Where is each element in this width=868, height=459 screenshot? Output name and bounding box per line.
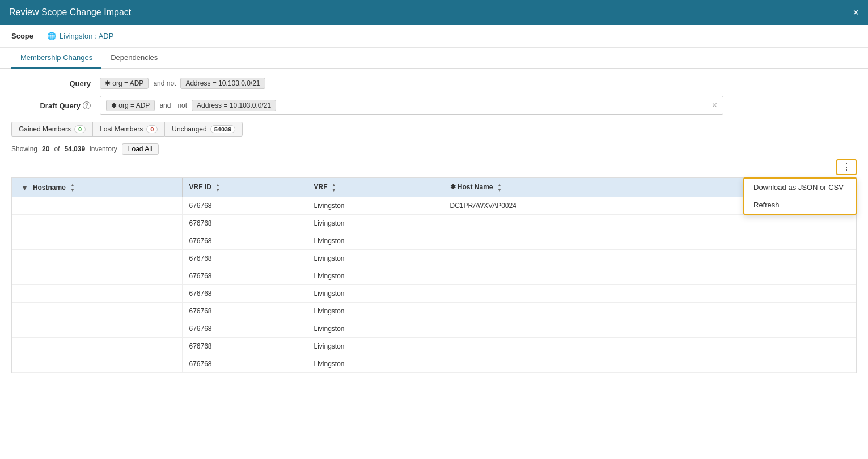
- tab-dependencies[interactable]: Dependencies: [101, 48, 167, 69]
- cell-vrf-id: 676768: [182, 355, 307, 373]
- table-row: 676768 Livingston DC1PRAWXVAP0024: [12, 197, 856, 215]
- showing-text-post: inventory: [90, 145, 117, 153]
- cell-vrf: Livingston: [307, 215, 443, 232]
- cell-vrf: Livingston: [307, 267, 443, 285]
- lost-members-button[interactable]: Lost Members 0: [92, 122, 164, 137]
- cell-host-name: [443, 285, 856, 303]
- cell-host-name: [443, 215, 856, 232]
- query-row: Query ✱ org = ADP and not Address = 10.1…: [11, 78, 857, 89]
- dropdown-menu: Download as JSON or CSV Refresh: [743, 177, 857, 215]
- cell-hostname: [12, 232, 182, 250]
- draft-query-label: Draft Query ?: [11, 101, 91, 110]
- th-hostname: ▼ Hostname ▲▼: [12, 178, 182, 197]
- th-host-name-label: ✱ Host Name: [450, 183, 493, 191]
- scope-label: Scope: [11, 32, 33, 40]
- cell-host-name: [443, 320, 856, 338]
- cell-vrf: Livingston: [307, 232, 443, 250]
- draft-query-box: ✱ org = ADP and not Address = 10.103.0.0…: [100, 96, 723, 115]
- cell-vrf: Livingston: [307, 355, 443, 373]
- host-name-sort-icon[interactable]: ▲▼: [497, 182, 502, 193]
- cell-host-name: [443, 267, 856, 285]
- table-toolbar: ⋮ Download as JSON or CSV Refresh: [11, 159, 857, 175]
- cell-vrf-id: 676768: [182, 232, 307, 250]
- scope-row: Scope 🌐 Livingston : ADP: [0, 25, 868, 48]
- cell-vrf: Livingston: [307, 320, 443, 338]
- vrf-id-sort-icon[interactable]: ▲▼: [215, 182, 220, 193]
- cell-hostname: [12, 285, 182, 303]
- scope-text: Livingston : ADP: [60, 32, 113, 40]
- cell-hostname: [12, 250, 182, 267]
- column-filter-button[interactable]: ▼: [19, 184, 31, 192]
- unchanged-label: Unchanged: [172, 125, 206, 133]
- cell-vrf-id: 676768: [182, 320, 307, 338]
- cell-hostname: [12, 197, 182, 215]
- table-row: 676768 Livingston: [12, 215, 856, 232]
- main-content: Query ✱ org = ADP and not Address = 10.1…: [0, 69, 868, 382]
- th-vrf-label: VRF: [314, 183, 328, 191]
- gained-members-badge: 0: [74, 125, 86, 133]
- download-menu-item[interactable]: Download as JSON or CSV: [744, 178, 856, 196]
- showing-row: Showing 20 of 54,039 inventory Load All: [11, 143, 857, 155]
- draft-not: not: [175, 101, 189, 109]
- filter-buttons: Gained Members 0 Lost Members 0 Unchange…: [11, 122, 857, 137]
- table-row: 676768 Livingston: [12, 338, 856, 355]
- kebab-menu-button[interactable]: ⋮: [836, 159, 857, 175]
- vrf-sort-icon[interactable]: ▲▼: [332, 182, 336, 193]
- table-row: 676768 Livingston: [12, 355, 856, 373]
- scope-icon: 🌐: [47, 32, 56, 40]
- cell-vrf-id: 676768: [182, 215, 307, 232]
- cell-host-name: [443, 303, 856, 320]
- th-vrf: VRF ▲▼: [307, 178, 443, 197]
- query-tag-org: ✱ org = ADP: [100, 78, 149, 89]
- modal-header: Review Scope Change Impact ×: [0, 0, 868, 25]
- cell-hostname: [12, 320, 182, 338]
- cell-vrf: Livingston: [307, 197, 443, 215]
- cell-vrf-id: 676768: [182, 303, 307, 320]
- unchanged-badge: 54039: [210, 125, 236, 133]
- help-icon[interactable]: ?: [83, 101, 91, 109]
- showing-total: 54,039: [64, 145, 85, 153]
- load-all-button[interactable]: Load All: [122, 143, 159, 155]
- tab-membership[interactable]: Membership Changes: [11, 48, 101, 69]
- cell-host-name: [443, 355, 856, 373]
- table-row: 676768 Livingston: [12, 267, 856, 285]
- table-row: 676768 Livingston: [12, 320, 856, 338]
- cell-hostname: [12, 303, 182, 320]
- data-table: ▼ Hostname ▲▼ VRF ID ▲▼ VRF ▲▼ ✱: [11, 177, 857, 373]
- cell-vrf: Livingston: [307, 285, 443, 303]
- table-header-row: ▼ Hostname ▲▼ VRF ID ▲▼ VRF ▲▼ ✱: [12, 178, 856, 197]
- cell-host-name: [443, 250, 856, 267]
- table-row: 676768 Livingston: [12, 285, 856, 303]
- draft-tag-org: ✱ org = ADP: [106, 100, 155, 111]
- cell-hostname: [12, 215, 182, 232]
- cell-hostname: [12, 267, 182, 285]
- th-vrf-id-label: VRF ID: [189, 183, 211, 191]
- cell-host-name: [443, 232, 856, 250]
- th-vrf-id: VRF ID ▲▼: [182, 178, 307, 197]
- query-label: Query: [11, 79, 91, 88]
- draft-query-row: Draft Query ? ✱ org = ADP and not Addres…: [11, 96, 857, 115]
- table-row: 676768 Livingston: [12, 232, 856, 250]
- draft-tag-address: Address = 10.103.0.0/21: [192, 100, 276, 111]
- cell-hostname: [12, 355, 182, 373]
- hostname-sort-icon[interactable]: ▲▼: [70, 182, 75, 193]
- th-hostname-label: Hostname: [33, 184, 66, 192]
- cell-host-name: [443, 338, 856, 355]
- showing-text-mid: of: [54, 145, 60, 153]
- table-row: 676768 Livingston: [12, 250, 856, 267]
- tabs-bar: Membership Changes Dependencies: [0, 48, 868, 69]
- lost-members-label: Lost Members: [100, 125, 143, 133]
- close-button[interactable]: ×: [853, 7, 859, 18]
- refresh-menu-item[interactable]: Refresh: [744, 196, 856, 214]
- unchanged-button[interactable]: Unchanged 54039: [164, 122, 243, 137]
- cell-vrf-id: 676768: [182, 197, 307, 215]
- gained-members-button[interactable]: Gained Members 0: [11, 122, 92, 137]
- cell-vrf-id: 676768: [182, 285, 307, 303]
- clear-draft-button[interactable]: ×: [712, 100, 717, 110]
- showing-count: 20: [42, 145, 49, 153]
- cell-vrf-id: 676768: [182, 338, 307, 355]
- cell-vrf: Livingston: [307, 303, 443, 320]
- cell-vrf: Livingston: [307, 250, 443, 267]
- draft-and: and: [157, 101, 173, 109]
- table-row: 676768 Livingston: [12, 303, 856, 320]
